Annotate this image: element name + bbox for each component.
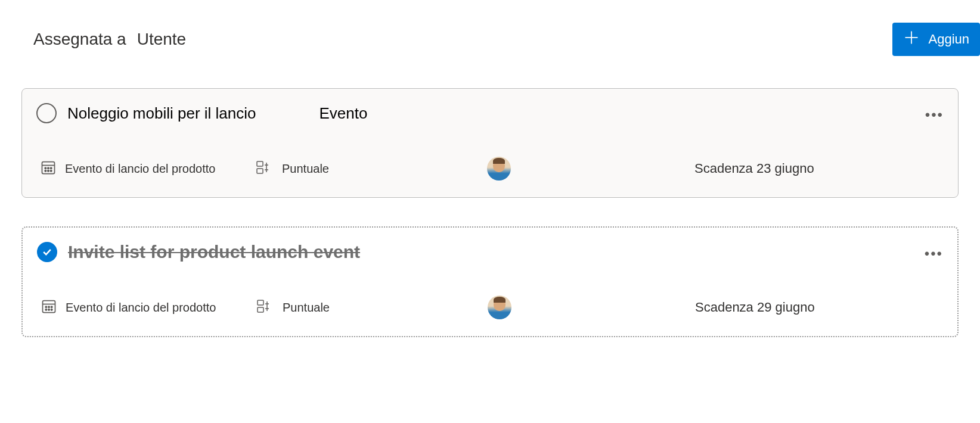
svg-point-20 <box>45 309 46 310</box>
status-icon <box>256 160 274 177</box>
svg-rect-23 <box>258 300 263 305</box>
due-label: Scadenza 23 giugno <box>694 161 814 176</box>
svg-point-9 <box>51 170 52 172</box>
avatar[interactable] <box>488 296 511 319</box>
svg-point-18 <box>48 306 49 307</box>
add-button[interactable]: Aggiun <box>892 23 980 56</box>
svg-point-4 <box>45 167 46 169</box>
project-meta: Evento di lancio del prodotto <box>41 298 256 317</box>
status-icon <box>256 299 274 316</box>
status-meta: Puntuale <box>256 299 488 316</box>
svg-point-17 <box>45 306 46 307</box>
task-meta-row: Evento di lancio del prodotto Puntuale S… <box>36 157 944 181</box>
svg-rect-11 <box>257 169 263 173</box>
user-dropdown[interactable]: Utente <box>137 30 187 49</box>
svg-point-8 <box>48 170 49 172</box>
due-label: Scadenza 29 giugno <box>695 300 815 315</box>
add-button-label: Aggiun <box>928 32 969 47</box>
assigned-to-label: Assegnata a <box>33 30 126 49</box>
task-card[interactable]: Noleggio mobili per il lancio Evento •••… <box>21 88 959 198</box>
task-meta-row: Evento di lancio del prodotto Puntuale S… <box>37 296 943 319</box>
task-header-row: Noleggio mobili per il lancio Evento <box>36 103 944 123</box>
project-label: Evento di lancio del prodotto <box>65 162 215 176</box>
more-button[interactable]: ••• <box>925 107 944 123</box>
plus-icon <box>903 29 920 49</box>
svg-point-21 <box>48 309 49 310</box>
calendar-icon <box>41 298 57 317</box>
project-meta: Evento di lancio del prodotto <box>40 159 256 178</box>
svg-point-7 <box>45 170 46 172</box>
task-title: Noleggio mobili per il lancio <box>67 104 256 123</box>
avatar[interactable] <box>487 157 511 181</box>
svg-point-22 <box>51 309 52 310</box>
project-label: Evento di lancio del prodotto <box>66 301 216 315</box>
status-meta: Puntuale <box>256 160 487 177</box>
task-header-row: Invite list for product launch event <box>37 242 943 262</box>
header: Assegnata a Utente <box>0 0 980 67</box>
svg-point-5 <box>48 167 49 169</box>
assignee-meta <box>487 157 694 181</box>
assignee-meta <box>488 296 695 319</box>
svg-point-6 <box>51 167 52 169</box>
task-check-circle-checked[interactable] <box>37 242 57 262</box>
more-button[interactable]: ••• <box>925 245 943 262</box>
svg-point-19 <box>51 306 52 307</box>
task-title: Invite list for product launch event <box>68 242 360 262</box>
calendar-icon <box>40 159 57 178</box>
due-meta: Scadenza 23 giugno <box>694 161 814 176</box>
task-card[interactable]: Invite list for product launch event •••… <box>21 226 959 337</box>
svg-rect-24 <box>258 307 263 312</box>
status-label: Puntuale <box>283 301 330 315</box>
task-check-circle[interactable] <box>36 103 57 123</box>
svg-rect-10 <box>257 161 263 166</box>
due-meta: Scadenza 29 giugno <box>695 300 815 315</box>
task-tag: Evento <box>320 104 368 123</box>
header-left: Assegnata a Utente <box>33 30 186 49</box>
status-label: Puntuale <box>282 162 329 176</box>
